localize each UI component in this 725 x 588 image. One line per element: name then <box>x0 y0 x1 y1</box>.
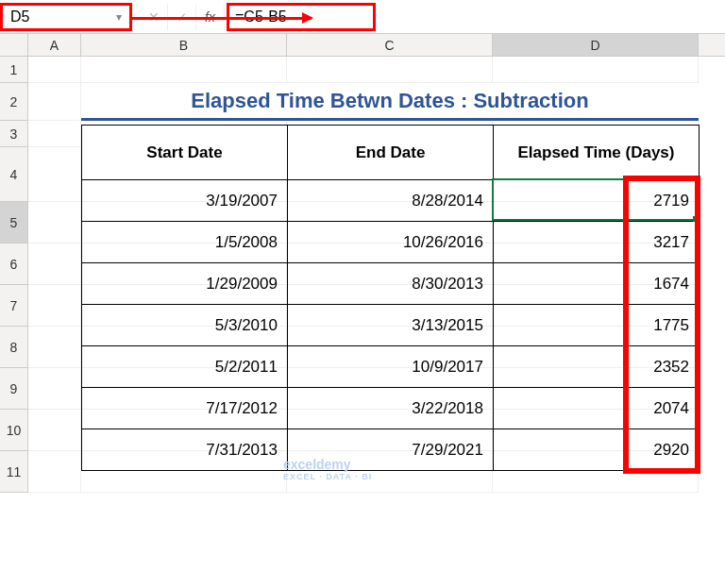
cell-a2[interactable] <box>28 83 81 121</box>
table-row: 3/19/20078/28/20142719 <box>82 180 700 222</box>
column-header-d[interactable]: D <box>493 34 699 56</box>
table-row: 5/3/20103/13/20151775 <box>82 305 700 346</box>
cell-elapsed[interactable]: 2920 <box>494 429 700 471</box>
annotation-arrow <box>132 17 312 20</box>
name-box[interactable]: D5 ▾ <box>0 3 132 31</box>
table-header-row: Start Date End Date Elapsed Time (Days) <box>82 126 700 180</box>
cell-start-date[interactable]: 7/31/2013 <box>82 429 288 471</box>
cell-elapsed[interactable]: 1674 <box>494 263 700 305</box>
table-row: 1/29/20098/30/20131674 <box>82 263 700 305</box>
cell-end-date[interactable]: 8/28/2014 <box>288 180 494 222</box>
cell-elapsed[interactable]: 2352 <box>494 346 700 388</box>
row-header-1[interactable]: 1 <box>0 57 28 83</box>
select-all-corner[interactable] <box>0 34 28 56</box>
header-start-date[interactable]: Start Date <box>82 126 288 180</box>
table-row: 5/2/201110/9/20172352 <box>82 346 700 388</box>
cell-start-date[interactable]: 5/3/2010 <box>82 305 288 346</box>
row-header-3[interactable]: 3 <box>0 121 28 147</box>
cell-start-date[interactable]: 7/17/2012 <box>82 388 288 429</box>
header-elapsed[interactable]: Elapsed Time (Days) <box>494 126 700 180</box>
row-header-9[interactable]: 9 <box>0 368 28 410</box>
row-header-11[interactable]: 11 <box>0 451 28 493</box>
cell-end-date[interactable]: 7/29/2021 <box>288 429 494 471</box>
table-row: 7/31/20137/29/20212920 <box>82 429 700 471</box>
data-table: Start Date End Date Elapsed Time (Days) … <box>81 125 700 471</box>
column-header-c[interactable]: C <box>287 34 493 56</box>
column-header-b[interactable]: B <box>81 34 287 56</box>
cell-a6[interactable] <box>28 244 81 285</box>
column-header-a[interactable]: A <box>28 34 81 56</box>
cell-c1[interactable] <box>287 57 493 83</box>
cell-a10[interactable] <box>28 410 81 451</box>
cell-a9[interactable] <box>28 368 81 410</box>
cell-a5[interactable] <box>28 202 81 244</box>
row-header-6[interactable]: 6 <box>0 244 28 285</box>
cell-end-date[interactable]: 3/22/2018 <box>288 388 494 429</box>
cell-elapsed[interactable]: 2074 <box>494 388 700 429</box>
cell-start-date[interactable]: 3/19/2007 <box>82 180 288 222</box>
cell-a8[interactable] <box>28 327 81 368</box>
cell-a1[interactable] <box>28 57 81 83</box>
row-header-5[interactable]: 5 <box>0 202 28 244</box>
cell-a3[interactable] <box>28 121 81 147</box>
row-header-4[interactable]: 4 <box>0 147 28 202</box>
chevron-down-icon[interactable]: ▾ <box>116 10 122 24</box>
cell-a7[interactable] <box>28 285 81 327</box>
cell-start-date[interactable]: 1/29/2009 <box>82 263 288 305</box>
page-title: Elapsed Time Betwn Dates : Subtraction <box>81 83 699 121</box>
cell-elapsed[interactable]: 2719 <box>494 180 700 222</box>
spreadsheet-grid: A B C D 1 2 Elapsed Time Betwn Dates : S… <box>0 34 725 493</box>
cell-end-date[interactable]: 3/13/2015 <box>288 305 494 346</box>
cell-start-date[interactable]: 1/5/2008 <box>82 222 288 263</box>
table-row: 1/5/200810/26/20163217 <box>82 222 700 263</box>
cell-end-date[interactable]: 10/26/2016 <box>288 222 494 263</box>
formula-bar: D5 ▾ ✕ ✓ fx =C5-B5 <box>0 0 725 34</box>
cell-end-date[interactable]: 10/9/2017 <box>288 346 494 388</box>
table-row: 7/17/20123/22/20182074 <box>82 388 700 429</box>
row-header-7[interactable]: 7 <box>0 285 28 327</box>
name-box-value: D5 <box>10 8 29 25</box>
cell-a4[interactable] <box>28 147 81 202</box>
row-header-8[interactable]: 8 <box>0 327 28 368</box>
row-header-10[interactable]: 10 <box>0 410 28 451</box>
column-headers: A B C D <box>0 34 725 57</box>
cell-b1[interactable] <box>81 57 287 83</box>
cell-d1[interactable] <box>493 57 699 83</box>
row-header-2[interactable]: 2 <box>0 83 28 121</box>
cell-elapsed[interactable]: 1775 <box>494 305 700 346</box>
cell-a11[interactable] <box>28 451 81 493</box>
cell-end-date[interactable]: 8/30/2013 <box>288 263 494 305</box>
cell-start-date[interactable]: 5/2/2011 <box>82 346 288 388</box>
header-end-date[interactable]: End Date <box>288 126 494 180</box>
cell-elapsed[interactable]: 3217 <box>494 222 700 263</box>
